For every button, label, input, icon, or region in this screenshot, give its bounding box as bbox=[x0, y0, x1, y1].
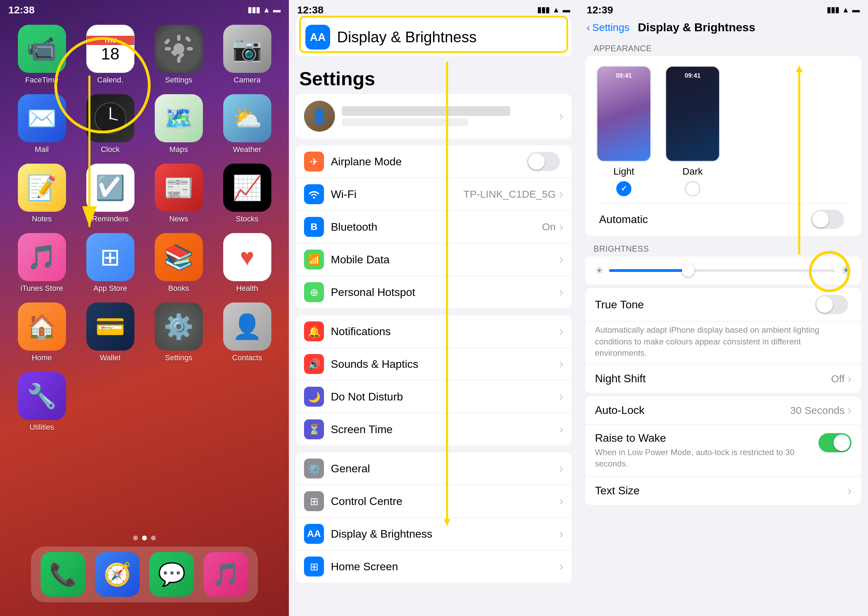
notes-icon: 📝 bbox=[18, 163, 66, 212]
settings-row-airplane[interactable]: ✈ Airplane Mode bbox=[296, 145, 572, 178]
settings-row-screentime[interactable]: ⏳ Screen Time bbox=[296, 413, 572, 445]
profile-row[interactable]: 👤 bbox=[296, 94, 572, 138]
display-true-tone-group: True Tone Automatically adapt iPhone dis… bbox=[585, 288, 861, 393]
app-health[interactable]: ♥ Health bbox=[218, 233, 277, 293]
wifi-svg bbox=[308, 190, 320, 199]
app-reminders[interactable]: ☑️ Reminders bbox=[81, 163, 140, 223]
wifi-label: Wi-Fi bbox=[331, 188, 464, 201]
settings-group-general: ⚙️ General ⊞ Control Centre AA Display &… bbox=[296, 453, 572, 583]
battery-icon: ▬ bbox=[273, 5, 281, 14]
appearance-light-option[interactable]: 09:41 Light bbox=[596, 66, 651, 196]
app-contacts[interactable]: 👤 Contacts bbox=[218, 303, 277, 362]
wallet-icon: 💳 bbox=[86, 303, 134, 350]
automatic-row[interactable]: Automatic bbox=[596, 203, 850, 229]
dock-messages[interactable]: 💬 bbox=[149, 552, 194, 597]
dock-safari[interactable]: 🧭 bbox=[95, 552, 140, 597]
app-weather[interactable]: ⛅ Weather bbox=[218, 94, 277, 154]
app-maps[interactable]: 🗺️ Maps bbox=[149, 94, 208, 154]
profile-chevron bbox=[559, 109, 563, 123]
bluetooth-value: On bbox=[542, 221, 556, 233]
nav-back-button[interactable]: ‹ Settings bbox=[587, 22, 629, 33]
night-shift-row[interactable]: Night Shift Off bbox=[585, 365, 861, 393]
svg-rect-1 bbox=[177, 35, 181, 41]
dock-phone[interactable]: 📞 bbox=[41, 552, 85, 597]
true-tone-toggle[interactable] bbox=[815, 295, 848, 314]
settings-row-notifications[interactable]: 🔔 Notifications bbox=[296, 315, 572, 348]
settings-row-wifi[interactable]: Wi-Fi TP-LINK_C1DE_5G bbox=[296, 178, 572, 211]
raise-to-wake-toggle[interactable] bbox=[818, 433, 851, 453]
dot-2 bbox=[142, 536, 147, 541]
display-nav-header: ‹ Settings Display & Brightness bbox=[579, 18, 868, 39]
general-label: General bbox=[331, 462, 559, 475]
automatic-toggle[interactable] bbox=[811, 210, 844, 229]
true-tone-row[interactable]: True Tone bbox=[585, 288, 861, 321]
page-dots bbox=[133, 536, 156, 541]
battery-icon-d: ▬ bbox=[852, 5, 860, 14]
app-facetime[interactable]: 📹 FaceTime bbox=[13, 25, 71, 85]
brightness-slider[interactable] bbox=[609, 269, 835, 272]
raise-to-wake-sublabel: When in Low Power Mode, auto-lock is res… bbox=[595, 446, 818, 470]
raise-to-wake-row[interactable]: Raise to Wake When in Low Power Mode, au… bbox=[585, 425, 861, 477]
true-tone-description: Automatically adapt iPhone display based… bbox=[585, 321, 861, 365]
sounds-label: Sounds & Haptics bbox=[331, 358, 559, 371]
settings-list-panel: 12:38 ▮▮▮ ▲ ▬ AA Display & Brightness Se… bbox=[289, 0, 579, 616]
app-settings[interactable]: Settings bbox=[149, 25, 208, 85]
brightness-slider-thumb[interactable] bbox=[682, 264, 694, 277]
svg-point-13 bbox=[109, 117, 112, 119]
settings-row-home-screen[interactable]: ⊞ Home Screen bbox=[296, 550, 572, 583]
display-aa-icon: AA bbox=[305, 25, 330, 49]
app-appstore[interactable]: ⊞ App Store bbox=[81, 233, 140, 293]
svg-rect-5 bbox=[164, 38, 171, 45]
settings-page-header: Settings bbox=[289, 62, 579, 94]
airplane-mode-label: Airplane Mode bbox=[331, 156, 527, 168]
appearance-dark-option[interactable]: 09:41 Dark bbox=[665, 66, 720, 196]
home-app-label: Home bbox=[31, 354, 52, 362]
facetime-label: FaceTime bbox=[25, 75, 58, 85]
app-camera[interactable]: 📷 Camera bbox=[218, 25, 277, 85]
settings-row-mobile-data[interactable]: 📶 Mobile Data bbox=[296, 244, 572, 276]
stocks-icon: 📈 bbox=[223, 163, 271, 212]
settings-row-sounds[interactable]: 🔊 Sounds & Haptics bbox=[296, 348, 572, 380]
settings-group-notifications: 🔔 Notifications 🔊 Sounds & Haptics 🌙 Do … bbox=[296, 315, 572, 445]
app-home[interactable]: 🏠 Home bbox=[13, 303, 71, 362]
app-clock[interactable]: Clock bbox=[81, 94, 140, 154]
stocks-label: Stocks bbox=[236, 215, 258, 223]
contacts-icon: 👤 bbox=[223, 303, 271, 350]
signal-icon: ▮▮▮ bbox=[248, 5, 260, 14]
appstore-label: App Store bbox=[94, 284, 127, 293]
clock-svg bbox=[93, 101, 127, 135]
settings-row-control-centre[interactable]: ⊞ Control Centre bbox=[296, 485, 572, 518]
maps-icon: 🗺️ bbox=[155, 94, 203, 142]
app-itunes[interactable]: 🎵 iTunes Store bbox=[13, 233, 71, 293]
app-news[interactable]: 📰 News bbox=[149, 163, 208, 223]
settings-row-donotdisturb[interactable]: 🌙 Do Not Disturb bbox=[296, 380, 572, 413]
facetime-icon: 📹 bbox=[18, 25, 66, 73]
app-wallet[interactable]: 💳 Wallet bbox=[81, 303, 140, 362]
notifications-label: Notifications bbox=[331, 325, 559, 338]
app-stocks[interactable]: 📈 Stocks bbox=[218, 163, 277, 223]
text-size-row[interactable]: Text Size bbox=[585, 477, 861, 505]
dark-radio-unselected bbox=[685, 181, 700, 196]
app-notes[interactable]: 📝 Notes bbox=[13, 163, 71, 223]
app-books[interactable]: 📚 Books bbox=[149, 233, 208, 293]
settings-row-general[interactable]: ⚙️ General bbox=[296, 453, 572, 485]
general-chevron bbox=[559, 461, 563, 476]
reminders-label: Reminders bbox=[92, 215, 128, 223]
display-icon: AA bbox=[304, 524, 324, 544]
settings-row-hotspot[interactable]: ⊕ Personal Hotspot bbox=[296, 276, 572, 308]
notifications-chevron bbox=[559, 324, 563, 339]
screentime-chevron bbox=[559, 422, 563, 437]
settings-row-display[interactable]: AA Display & Brightness bbox=[296, 518, 572, 550]
brightness-row: ☀ ☀ bbox=[595, 263, 851, 278]
app-settings2[interactable]: ⚙️ Settings bbox=[149, 303, 208, 362]
app-calendar[interactable]: THU 18 Calend. bbox=[81, 25, 140, 85]
app-utilities[interactable]: 🔧 Utilities bbox=[13, 372, 71, 432]
mobile-data-icon: 📶 bbox=[304, 250, 324, 269]
airplane-mode-toggle[interactable] bbox=[527, 152, 560, 171]
settings-row-bluetooth[interactable]: Β Bluetooth On bbox=[296, 211, 572, 244]
display-status-bar: 12:39 ▮▮▮ ▲ ▬ bbox=[579, 0, 868, 18]
notes-label: Notes bbox=[32, 215, 52, 223]
dock-music[interactable]: 🎵 bbox=[204, 552, 248, 597]
app-mail[interactable]: ✉️ Mail bbox=[13, 94, 71, 154]
auto-lock-row[interactable]: Auto-Lock 30 Seconds bbox=[585, 396, 861, 425]
